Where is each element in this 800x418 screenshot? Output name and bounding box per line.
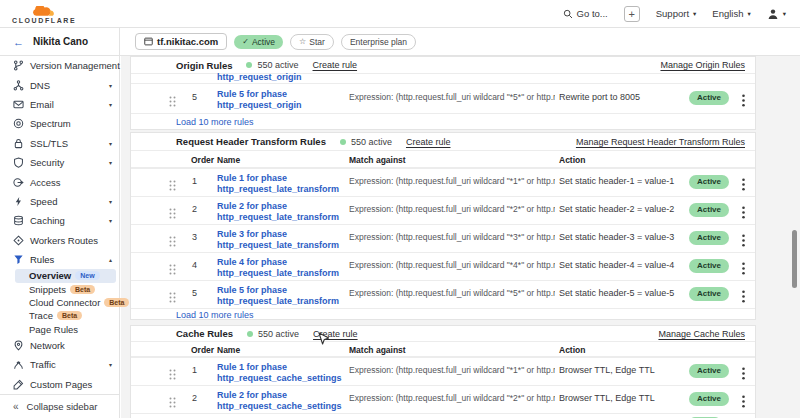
manage-origin-rules-link[interactable]: Manage Origin Rules (660, 60, 745, 70)
active-dot-icon (246, 62, 252, 68)
add-site-button[interactable]: + (624, 6, 640, 22)
spectrum-icon (12, 118, 24, 130)
drag-handle-icon[interactable] (169, 205, 176, 223)
kebab-menu-icon[interactable] (739, 93, 748, 111)
kebab-menu-icon[interactable] (739, 289, 748, 307)
cloudflare-logo[interactable]: CLOUDFLARE (12, 6, 76, 24)
rule-name-link[interactable]: Rule 3 for phase http_request_late_trans… (217, 229, 347, 250)
rule-expression: Expression: (http.request.full_uri wildc… (349, 260, 555, 270)
rule-action: Rewrite port to 8005 (559, 92, 685, 102)
table-row: 5 Rule 5 for phase http_request_origin E… (131, 83, 755, 113)
chevron-down-icon: ▾ (109, 217, 112, 224)
chevron-down-icon: ▾ (783, 10, 786, 18)
rule-order: 2 (192, 204, 197, 214)
load-more-rules-link[interactable]: Load 10 more rules (131, 113, 755, 130)
rule-order: 3 (192, 232, 197, 242)
sidebar-item-traffic[interactable]: Traffic ▾ (0, 355, 119, 374)
status-badge: Active (689, 259, 729, 273)
drag-handle-icon[interactable] (169, 93, 176, 111)
goto-search[interactable]: Go to... (563, 8, 608, 19)
rule-name-link[interactable]: Rule 1 for phase http_request_late_trans… (217, 173, 347, 194)
manage-cache-rules-link[interactable]: Manage Cache Rules (658, 329, 745, 339)
sidebar-item-version-management[interactable]: Version Management (0, 56, 119, 75)
chevron-down-icon: ▾ (109, 82, 112, 89)
back-arrow-icon[interactable]: ← (13, 36, 24, 48)
manage-transform-rules-link[interactable]: Manage Request Header Transform Rules (576, 137, 745, 147)
sidebar-item-workers-routes[interactable]: Workers Routes (0, 231, 119, 250)
kebab-menu-icon[interactable] (739, 394, 748, 412)
sidebar-item-page-rules[interactable]: Page Rules (15, 322, 116, 335)
kebab-menu-icon[interactable] (739, 233, 748, 251)
rule-action: Browser TTL, Edge TTL (559, 365, 685, 375)
zone-breadcrumb: tf.nikitac.com ✓ Active ☆ Star Enterpris… (120, 28, 800, 55)
plan-badge: Enterprise plan (341, 34, 416, 50)
sidebar-item-speed[interactable]: Speed ▾ (0, 192, 119, 211)
sidebar-item-access[interactable]: Access (0, 172, 119, 191)
drag-handle-icon[interactable] (169, 233, 176, 251)
new-badge: New (75, 271, 99, 280)
kebab-menu-icon[interactable] (739, 261, 748, 279)
sidebar-item-ssl-tls[interactable]: SSL/TLS ▾ (0, 134, 119, 153)
star-button[interactable]: ☆ Star (290, 34, 334, 50)
email-icon (12, 98, 24, 110)
cloudflare-cloud-icon (32, 6, 56, 16)
rule-action: Set static header-3 = value-3 (559, 232, 685, 242)
support-label: Support (656, 8, 689, 19)
status-badge: Active (689, 287, 729, 301)
kebab-menu-icon[interactable] (739, 366, 748, 384)
sidebar-item-email[interactable]: Email ▾ (0, 95, 119, 114)
sidebar-item-rules[interactable]: Rules ▴ (0, 250, 119, 269)
traffic-icon (12, 359, 24, 371)
rule-name-link[interactable]: Rule 2 for phase http_request_late_trans… (217, 201, 347, 222)
sidebar-item-cloud-connector[interactable]: Cloud Connector Beta (15, 296, 116, 309)
support-menu[interactable]: Support ▾ (656, 8, 697, 19)
collapse-sidebar-button[interactable]: « Collapse sidebar (0, 394, 119, 418)
rule-name-link[interactable]: Rule 5 for phase http_request_late_trans… (217, 285, 347, 306)
rule-name-link[interactable]: Rule 5 for phase http_request_origin (217, 89, 347, 110)
drag-handle-icon[interactable] (169, 394, 176, 412)
sidebar-item-dns[interactable]: DNS ▾ (0, 75, 119, 94)
rule-name-link[interactable]: http_request_origin (217, 73, 302, 82)
status-badge: Active (689, 91, 729, 105)
top-navigation-bar: CLOUDFLARE Go to... + Support ▾ English … (0, 0, 800, 28)
chevron-down-icon: ▾ (109, 198, 112, 205)
rule-order: 5 (192, 288, 197, 298)
plus-icon: + (629, 8, 635, 20)
kebab-menu-icon[interactable] (739, 205, 748, 223)
vertical-scrollbar-thumb[interactable] (792, 230, 797, 288)
section-title: Request Header Transform Rules (176, 136, 326, 147)
database-icon (12, 215, 24, 227)
create-rule-link[interactable]: Create rule (406, 137, 451, 147)
user-account-menu[interactable]: ▾ (767, 8, 786, 20)
shield-icon (12, 157, 24, 169)
chevron-down-icon: ▾ (109, 101, 112, 108)
rule-action: Set static header-4 = value-4 (559, 260, 685, 270)
status-badge: Active (689, 364, 729, 378)
drag-handle-icon[interactable] (169, 261, 176, 279)
sidebar-item-network[interactable]: Network (0, 336, 119, 355)
load-more-rules-link[interactable]: Load 10 more rules (131, 308, 755, 321)
table-column-headers: Order Name Match against Action (131, 151, 755, 168)
sidebar-item-trace[interactable]: Trace Beta (15, 309, 116, 322)
sidebar-item-security[interactable]: Security ▾ (0, 153, 119, 172)
language-menu[interactable]: English ▾ (712, 8, 750, 19)
rule-name-link[interactable]: Rule 2 for phase http_request_cache_sett… (217, 390, 347, 411)
create-rule-link[interactable]: Create rule (313, 60, 358, 70)
table-row: 1 Rule 1 for phase http_request_late_tra… (131, 168, 755, 196)
rule-expression: Expression: (http.request.full_uri wildc… (349, 92, 555, 102)
drag-handle-icon[interactable] (169, 366, 176, 384)
sidebar-item-caching[interactable]: Caching ▾ (0, 211, 119, 230)
access-icon (12, 176, 24, 188)
kebab-menu-icon[interactable] (739, 177, 748, 195)
sidebar-item-overview[interactable]: Overview New (15, 269, 116, 282)
main-content: Origin Rules 550 active Create rule Mana… (121, 56, 800, 418)
sidebar-item-snippets[interactable]: Snippets Beta (15, 283, 116, 296)
beta-badge: Beta (57, 311, 82, 320)
drag-handle-icon[interactable] (169, 289, 176, 307)
rule-name-link[interactable]: Rule 4 for phase http_request_late_trans… (217, 257, 347, 278)
branch-icon (12, 60, 24, 72)
sidebar-item-custom-pages[interactable]: Custom Pages (0, 375, 119, 394)
sidebar-item-spectrum[interactable]: Spectrum (0, 114, 119, 133)
rule-name-link[interactable]: Rule 1 for phase http_request_cache_sett… (217, 362, 347, 383)
drag-handle-icon[interactable] (169, 177, 176, 195)
